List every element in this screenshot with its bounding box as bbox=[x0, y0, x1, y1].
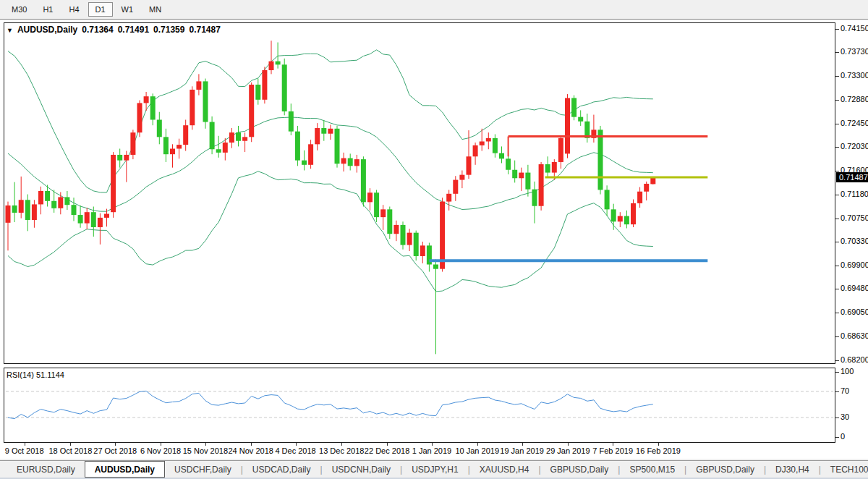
price-axis-label: 0.69050 bbox=[841, 308, 868, 316]
timeframe-toolbar: M30H1H4D1W1MN bbox=[0, 0, 868, 20]
chart-symbol-label: AUDUSD,Daily bbox=[17, 25, 77, 35]
current-price-tag: 0.71487 bbox=[836, 172, 868, 182]
ohlc-low: 0.71359 bbox=[153, 25, 184, 35]
tab-dj30-h4[interactable]: DJ30,H4 bbox=[766, 461, 819, 478]
rsi-axis-label: 70 bbox=[841, 386, 849, 395]
date-tick bbox=[522, 443, 523, 446]
date-tick bbox=[115, 443, 116, 446]
date-axis-label: 9 Oct 2018 bbox=[5, 446, 44, 455]
timeframe-button-m30[interactable]: M30 bbox=[4, 2, 34, 17]
price-axis-label: 0.69480 bbox=[841, 284, 868, 292]
price-axis-label: 0.70330 bbox=[841, 237, 868, 245]
rsi-axis-label: 0 bbox=[841, 432, 845, 441]
price-tick bbox=[835, 336, 839, 337]
date-axis-label: 6 Nov 2018 bbox=[140, 446, 181, 455]
rsi-axis-label: 100 bbox=[841, 367, 854, 376]
chart-title: ▼AUDUSD,Daily0.713640.714910.713590.7148… bbox=[7, 25, 225, 35]
price-tick bbox=[835, 289, 839, 289]
rsi-axis-label: 30 bbox=[841, 412, 849, 421]
tab-gbpusd-daily[interactable]: GBPUSD,Daily bbox=[686, 461, 764, 478]
price-tick bbox=[835, 124, 839, 124]
date-axis-label: 1 Jan 2019 bbox=[412, 446, 451, 455]
tab-usdcnh-daily[interactable]: USDCNH,Daily bbox=[323, 461, 400, 478]
tab-usdjpy-h1[interactable]: USDJPY,H1 bbox=[402, 461, 467, 478]
tab-usdcad-daily[interactable]: USDCAD,Daily bbox=[243, 461, 320, 478]
price-plot-canvas[interactable] bbox=[4, 23, 835, 363]
tab-xauusd-h4[interactable]: XAUUSD,H4 bbox=[470, 461, 539, 478]
rsi-tick bbox=[835, 372, 839, 373]
rsi-tick bbox=[835, 417, 839, 418]
date-axis-label: 29 Jan 2019 bbox=[546, 446, 590, 455]
tab-audusd-daily[interactable]: AUDUSD,Daily bbox=[85, 461, 165, 478]
date-axis-label: 13 Dec 2018 bbox=[319, 446, 364, 455]
ohlc-close: 0.71487 bbox=[189, 25, 220, 35]
price-tick bbox=[835, 100, 839, 101]
timeframe-button-h1[interactable]: H1 bbox=[35, 2, 60, 17]
date-tick bbox=[70, 443, 71, 446]
price-tick bbox=[835, 147, 839, 148]
price-axis-label: 0.70750 bbox=[841, 213, 868, 222]
price-axis-label: 0.71180 bbox=[841, 190, 868, 198]
date-axis-label: 7 Feb 2019 bbox=[592, 446, 633, 455]
tab-usdchf-daily[interactable]: USDCHF,Daily bbox=[165, 461, 241, 478]
price-tick bbox=[835, 219, 839, 219]
price-axis-label: 0.72880 bbox=[841, 95, 868, 103]
date-axis-label: 24 Nov 2018 bbox=[228, 446, 273, 455]
ohlc-high: 0.71491 bbox=[118, 25, 149, 35]
timeframe-button-w1[interactable]: W1 bbox=[114, 2, 141, 17]
date-tick bbox=[161, 443, 161, 446]
date-tick bbox=[658, 443, 659, 446]
tab-tech100-h1[interactable]: TECH100,H1 bbox=[821, 461, 868, 478]
price-plot[interactable] bbox=[4, 22, 835, 364]
price-tick bbox=[835, 360, 839, 361]
date-axis-label: 15 Nov 2018 bbox=[183, 446, 228, 455]
rsi-plot-canvas[interactable] bbox=[4, 368, 835, 442]
price-axis-label: 0.74150 bbox=[841, 24, 868, 33]
date-axis-label: 10 Jan 2019 bbox=[455, 446, 499, 455]
tab-eurusd-daily[interactable]: EURUSD,Daily bbox=[7, 461, 85, 478]
date-axis-label: 4 Dec 2018 bbox=[275, 446, 315, 455]
tab-gbpusd-daily[interactable]: GBPUSD,Daily bbox=[541, 461, 618, 478]
timeframe-button-mn[interactable]: MN bbox=[142, 2, 169, 17]
date-axis-label: 16 Feb 2019 bbox=[636, 446, 681, 455]
price-axis-label: 0.68630 bbox=[841, 331, 868, 340]
date-tick bbox=[568, 443, 569, 446]
date-tick bbox=[205, 443, 206, 446]
date-tick bbox=[251, 443, 252, 446]
timeframe-button-d1[interactable]: D1 bbox=[88, 2, 113, 17]
price-axis-label: 0.73730 bbox=[841, 47, 868, 56]
date-tick bbox=[25, 443, 25, 446]
price-tick bbox=[835, 266, 839, 266]
chart-panel: ▼AUDUSD,Daily0.713640.714910.713590.7148… bbox=[0, 20, 868, 459]
price-tick bbox=[835, 313, 839, 313]
tab-sp500-m15[interactable]: SP500,M15 bbox=[620, 461, 684, 478]
bollinger-lower bbox=[8, 171, 653, 292]
date-axis-label: 27 Oct 2018 bbox=[93, 446, 137, 455]
price-axis-label: 0.69900 bbox=[841, 260, 868, 269]
price-tick bbox=[835, 29, 839, 30]
date-tick bbox=[432, 443, 433, 446]
date-tick bbox=[387, 443, 388, 446]
price-axis-label: 0.72030 bbox=[841, 142, 868, 151]
date-tick bbox=[296, 443, 297, 446]
chart-tabs: EURUSD,DailyAUDUSD,DailyUSDCHF,Daily|USD… bbox=[0, 460, 868, 478]
candles bbox=[6, 41, 656, 354]
date-axis-label: 19 Jan 2019 bbox=[500, 446, 544, 455]
ohlc-open: 0.71364 bbox=[82, 25, 113, 35]
date-tick bbox=[477, 443, 478, 446]
price-tick bbox=[835, 76, 839, 77]
timeframe-button-h4[interactable]: H4 bbox=[61, 2, 86, 17]
price-axis-label: 0.72450 bbox=[841, 119, 868, 127]
rsi-tick bbox=[835, 391, 839, 392]
price-tick bbox=[835, 195, 839, 195]
price-axis-label: 0.73300 bbox=[841, 71, 868, 80]
date-axis-label: 18 Oct 2018 bbox=[48, 446, 92, 455]
rsi-tick bbox=[835, 437, 839, 438]
rsi-plot[interactable] bbox=[4, 368, 835, 443]
price-axis-label: 0.68200 bbox=[841, 355, 868, 364]
date-tick bbox=[613, 443, 613, 446]
chart-dropdown-icon[interactable]: ▼ bbox=[7, 27, 13, 34]
rsi-line bbox=[8, 391, 653, 418]
price-tick bbox=[835, 52, 839, 53]
date-tick bbox=[341, 443, 342, 446]
